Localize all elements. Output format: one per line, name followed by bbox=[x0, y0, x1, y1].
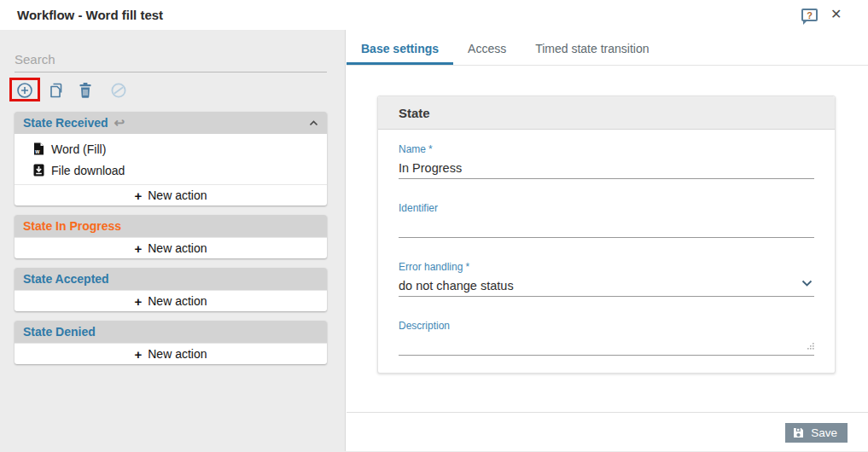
action-item-word-fill[interactable]: w Word (Fill) bbox=[15, 138, 327, 159]
sidebar-toolbar bbox=[0, 79, 346, 105]
identifier-field-label: Identifier bbox=[399, 202, 438, 214]
error-handling-select[interactable]: do not change status bbox=[399, 276, 814, 297]
state-panel-in-progress: State In Progress + New action bbox=[15, 215, 327, 258]
new-action-label: New action bbox=[148, 347, 207, 361]
help-glyph: ? bbox=[807, 10, 813, 20]
state-panel-denied: State Denied + New action bbox=[15, 321, 327, 364]
new-action-button[interactable]: + New action bbox=[15, 184, 327, 206]
description-textarea[interactable] bbox=[399, 335, 814, 356]
state-label: State Received bbox=[23, 116, 108, 130]
action-item-file-download[interactable]: File download bbox=[15, 159, 327, 181]
new-action-button[interactable]: + New action bbox=[15, 290, 327, 311]
trash-icon[interactable] bbox=[78, 82, 95, 99]
circled-plus-icon[interactable] bbox=[16, 82, 33, 99]
field-description: Description bbox=[399, 320, 814, 356]
resize-grip-icon[interactable] bbox=[807, 338, 814, 353]
state-panel-list: State Received ↩ w Word (Fill) bbox=[15, 112, 327, 374]
name-input[interactable]: In Progress bbox=[399, 159, 814, 179]
description-field-label: Description bbox=[399, 320, 450, 332]
error-handling-field-label: Error handling bbox=[399, 261, 463, 273]
plus-icon: + bbox=[134, 347, 142, 362]
svg-text:w: w bbox=[34, 148, 40, 154]
new-action-button[interactable]: + New action bbox=[15, 343, 327, 364]
plus-icon: + bbox=[134, 241, 142, 256]
state-panel-accepted: State Accepted + New action bbox=[15, 268, 327, 311]
new-action-label: New action bbox=[148, 294, 207, 308]
field-identifier: Identifier bbox=[399, 202, 814, 238]
chevron-up-icon[interactable] bbox=[309, 120, 318, 126]
state-header-accepted[interactable]: State Accepted bbox=[15, 268, 327, 290]
copy-icon[interactable] bbox=[48, 82, 65, 99]
close-icon[interactable]: ✕ bbox=[830, 6, 842, 23]
action-item-label: Word (Fill) bbox=[51, 142, 106, 156]
required-marker: * bbox=[465, 261, 469, 273]
name-field-label: Name bbox=[399, 143, 426, 155]
required-marker: * bbox=[428, 143, 433, 155]
tab-bar: Base settings Access Timed state transit… bbox=[347, 34, 868, 66]
file-download-icon bbox=[33, 164, 44, 177]
state-settings-card: State Name* In Progress Identifier Error… bbox=[377, 96, 836, 374]
tab-access[interactable]: Access bbox=[453, 34, 521, 65]
help-icon[interactable]: ? bbox=[801, 9, 818, 21]
state-label: State Denied bbox=[23, 325, 96, 339]
search-input[interactable] bbox=[15, 50, 327, 72]
save-button[interactable]: Save bbox=[785, 423, 848, 443]
title-bar: Workflow - Word fill test ? ✕ bbox=[0, 0, 868, 30]
floppy-disk-icon bbox=[793, 427, 804, 438]
plus-icon: + bbox=[134, 188, 142, 203]
undo-icon: ↩ bbox=[114, 115, 125, 130]
field-name: Name* In Progress bbox=[399, 143, 814, 179]
state-label: State In Progress bbox=[23, 219, 121, 233]
tab-base-settings[interactable]: Base settings bbox=[347, 34, 453, 65]
window-title: Workflow - Word fill test bbox=[17, 8, 163, 22]
state-header-received[interactable]: State Received ↩ bbox=[15, 112, 327, 134]
search-field-wrap bbox=[15, 50, 327, 72]
card-body: Name* In Progress Identifier Error handl… bbox=[378, 130, 835, 373]
identifier-input[interactable] bbox=[399, 217, 814, 238]
field-error-handling: Error handling* do not change status bbox=[399, 261, 814, 297]
action-item-label: File download bbox=[51, 164, 125, 177]
plus-icon: + bbox=[134, 294, 142, 309]
new-action-label: New action bbox=[148, 241, 207, 255]
save-button-label: Save bbox=[811, 426, 837, 439]
block-icon bbox=[110, 82, 127, 99]
action-list: w Word (Fill) File download bbox=[15, 134, 327, 184]
main-pane: Base settings Access Timed state transit… bbox=[347, 30, 868, 452]
footer-bar: Save bbox=[347, 412, 868, 452]
word-file-icon: w bbox=[33, 142, 44, 155]
new-action-button[interactable]: + New action bbox=[15, 237, 327, 258]
card-header: State bbox=[378, 96, 835, 130]
state-header-denied[interactable]: State Denied bbox=[15, 321, 327, 343]
state-label: State Accepted bbox=[23, 272, 109, 286]
state-panel-received: State Received ↩ w Word (Fill) bbox=[15, 112, 327, 206]
new-action-label: New action bbox=[148, 188, 207, 202]
chevron-down-icon[interactable] bbox=[801, 275, 813, 290]
card-title: State bbox=[399, 106, 430, 120]
tab-timed-state-transition[interactable]: Timed state transition bbox=[521, 34, 663, 65]
state-header-in-progress[interactable]: State In Progress bbox=[15, 215, 327, 237]
workflow-sidebar: State Received ↩ w Word (Fill) bbox=[0, 30, 346, 452]
